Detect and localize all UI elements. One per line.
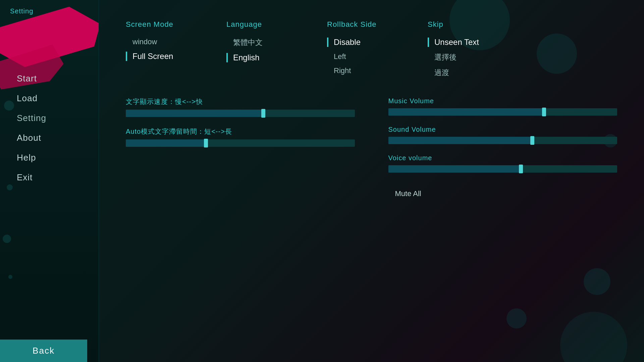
rollback-side-label: Rollback Side — [327, 20, 408, 29]
deco-circle — [3, 235, 11, 243]
sidebar-item-start[interactable]: Start — [0, 69, 99, 88]
music-volume-slider[interactable] — [388, 108, 618, 116]
rollback-left[interactable]: Left — [327, 50, 408, 64]
mute-all-button[interactable]: Mute All — [388, 186, 618, 201]
slider-section: 文字顯示速度：慢<-->快 Auto模式文字滯留時間：短<-->長 — [126, 97, 617, 201]
language-group: Language 繁體中文 English — [226, 20, 307, 65]
skip-label: Skip — [428, 20, 508, 29]
main-content: Screen Mode window Full Screen Language … — [99, 0, 644, 362]
text-speed-thumb[interactable] — [261, 109, 265, 118]
skip-transition[interactable]: 過渡 — [428, 65, 508, 80]
language-label: Language — [226, 20, 307, 29]
screen-mode-group: Screen Mode window Full Screen — [126, 20, 206, 64]
left-slider-group: 文字顯示速度：慢<-->快 Auto模式文字滯留時間：短<-->長 — [126, 97, 355, 201]
skip-after-choice[interactable]: 選擇後 — [428, 50, 508, 65]
sound-volume-label: Sound Volume — [388, 126, 618, 133]
language-english[interactable]: English — [226, 50, 307, 65]
skip-group: Skip Unseen Text 選擇後 過渡 — [428, 20, 508, 80]
splash-3 — [584, 268, 610, 295]
splash-6 — [560, 312, 627, 362]
sidebar-item-exit[interactable]: Exit — [0, 168, 99, 187]
rollback-right[interactable]: Right — [327, 64, 408, 78]
sidebar-item-load[interactable]: Load — [0, 88, 99, 108]
sidebar-item-setting[interactable]: Setting — [0, 108, 99, 128]
sidebar-nav: Start Load Setting About Help Exit — [0, 69, 99, 187]
voice-volume-group: Voice volume — [388, 154, 618, 173]
music-volume-group: Music Volume — [388, 97, 618, 116]
text-speed-group: 文字顯示速度：慢<-->快 — [126, 97, 355, 117]
music-volume-fill — [388, 108, 544, 116]
screen-mode-label: Screen Mode — [126, 20, 206, 29]
voice-volume-fill — [388, 165, 521, 173]
text-speed-slider[interactable] — [126, 110, 355, 117]
splash-4 — [506, 308, 527, 328]
skip-unseen[interactable]: Unseen Text — [428, 35, 508, 50]
auto-delay-thumb[interactable] — [204, 139, 208, 147]
screen-mode-window[interactable]: window — [126, 35, 206, 49]
auto-delay-fill — [126, 139, 206, 147]
music-volume-label: Music Volume — [388, 97, 618, 105]
text-speed-fill — [126, 110, 263, 117]
rollback-side-group: Rollback Side Disable Left Right — [327, 20, 408, 78]
sidebar-item-about[interactable]: About — [0, 128, 99, 148]
sound-volume-group: Sound Volume — [388, 126, 618, 144]
voice-volume-label: Voice volume — [388, 154, 618, 162]
auto-delay-group: Auto模式文字滯留時間：短<-->長 — [126, 127, 355, 147]
screen-mode-fullscreen[interactable]: Full Screen — [126, 49, 206, 64]
auto-delay-slider[interactable] — [126, 139, 355, 147]
right-slider-group: Music Volume Sound Volume Vo — [388, 97, 618, 201]
sound-volume-slider[interactable] — [388, 137, 618, 144]
rollback-disable[interactable]: Disable — [327, 35, 408, 50]
language-chinese[interactable]: 繁體中文 — [226, 35, 307, 50]
text-speed-label: 文字顯示速度：慢<-->快 — [126, 97, 355, 106]
settings-container: Screen Mode window Full Screen Language … — [126, 20, 617, 201]
deco-circle — [8, 275, 12, 279]
sidebar-item-help[interactable]: Help — [0, 148, 99, 168]
auto-delay-label: Auto模式文字滯留時間：短<-->長 — [126, 127, 355, 136]
sidebar-title: Setting — [0, 0, 33, 15]
back-button[interactable]: Back — [0, 340, 87, 362]
sound-volume-fill — [388, 137, 533, 144]
voice-volume-thumb[interactable] — [519, 165, 523, 173]
sound-volume-thumb[interactable] — [530, 136, 534, 145]
sidebar: Setting Start Load Setting About Help Ex… — [0, 0, 99, 362]
settings-row-top: Screen Mode window Full Screen Language … — [126, 20, 617, 80]
music-volume-thumb[interactable] — [542, 108, 546, 116]
voice-volume-slider[interactable] — [388, 165, 618, 173]
